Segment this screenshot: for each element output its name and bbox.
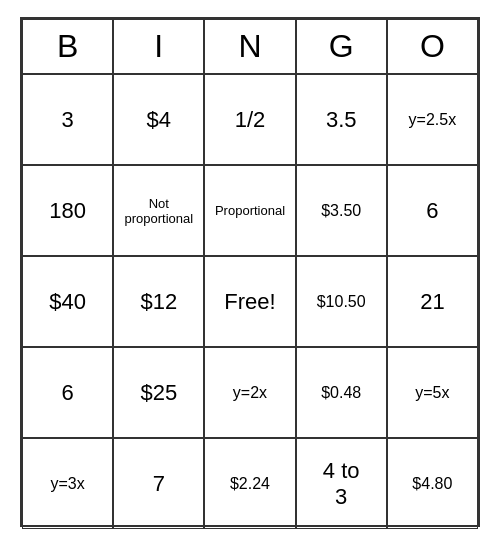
- cell-r4c2: $25: [113, 347, 204, 438]
- cell-r4c3: y=2x: [204, 347, 295, 438]
- cell-r4c1: 6: [22, 347, 113, 438]
- cell-r1c2: $4: [113, 74, 204, 165]
- cell-r2c1: 180: [22, 165, 113, 256]
- bingo-card: B I N G O 3 $4 1/2 3.5 y=2.5x 180 Not pr…: [20, 17, 480, 527]
- cell-r2c5: 6: [387, 165, 478, 256]
- cell-r1c3: 1/2: [204, 74, 295, 165]
- cell-r4c5: y=5x: [387, 347, 478, 438]
- header-g: G: [296, 19, 387, 74]
- cell-r1c1: 3: [22, 74, 113, 165]
- cell-r3c5: 21: [387, 256, 478, 347]
- cell-r5c3: $2.24: [204, 438, 295, 529]
- cell-r4c4: $0.48: [296, 347, 387, 438]
- cell-r1c5: y=2.5x: [387, 74, 478, 165]
- cell-r2c3: Proportional: [204, 165, 295, 256]
- cell-r5c5: $4.80: [387, 438, 478, 529]
- cell-r2c4: $3.50: [296, 165, 387, 256]
- header-i: I: [113, 19, 204, 74]
- cell-r3c3: Free!: [204, 256, 295, 347]
- cell-r3c1: $40: [22, 256, 113, 347]
- cell-r1c4: 3.5: [296, 74, 387, 165]
- header-b: B: [22, 19, 113, 74]
- cell-r3c2: $12: [113, 256, 204, 347]
- cell-r3c4: $10.50: [296, 256, 387, 347]
- header-o: O: [387, 19, 478, 74]
- cell-r5c2: 7: [113, 438, 204, 529]
- cell-r2c2: Not proportional: [113, 165, 204, 256]
- cell-r5c1: y=3x: [22, 438, 113, 529]
- cell-r5c4: 4 to3: [296, 438, 387, 529]
- header-n: N: [204, 19, 295, 74]
